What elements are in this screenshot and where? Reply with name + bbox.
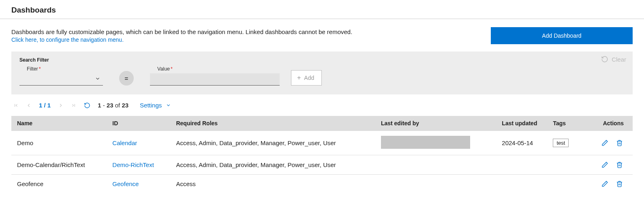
table-row: Demo-Calendar/RichTextDemo-RichTextAcces… (11, 155, 633, 175)
refresh-icon (601, 56, 608, 63)
cell-roles: Access, Admin, Data_provider, Manager, P… (170, 131, 375, 155)
cell-edited-by (375, 155, 496, 175)
col-roles[interactable]: Required Roles (170, 116, 375, 131)
cell-name: Geofence (11, 174, 107, 193)
prev-page-button[interactable] (26, 103, 32, 108)
cell-tags (547, 174, 580, 193)
delete-button[interactable] (615, 160, 624, 169)
table-settings-button[interactable]: Settings (140, 102, 171, 109)
configure-nav-link[interactable]: Click here, to configure the navigation … (11, 36, 124, 43)
clear-filter-button[interactable]: Clear (601, 56, 626, 63)
value-input[interactable] (150, 73, 280, 86)
operator-badge[interactable]: = (119, 71, 134, 86)
first-page-button[interactable] (13, 103, 19, 108)
search-filter-panel: Search Filter Clear Filter* = Value* (11, 51, 633, 94)
value-field-label: Value* (157, 66, 280, 72)
edit-button[interactable] (600, 138, 609, 147)
plus-icon: + (297, 74, 301, 81)
intro-block: Dashboards are fully customizable pages,… (11, 27, 352, 43)
edit-button[interactable] (600, 180, 609, 189)
add-dashboard-button[interactable]: Add Dashboard (491, 27, 633, 44)
cell-id: Calendar (107, 131, 170, 155)
search-filter-title: Search Filter (19, 57, 625, 63)
clear-label: Clear (612, 56, 626, 63)
delete-button[interactable] (615, 138, 624, 147)
cell-actions (580, 131, 633, 155)
cell-updated: 2024-05-14 (496, 131, 547, 155)
col-name[interactable]: Name (11, 116, 107, 131)
col-updated[interactable]: Last updated (496, 116, 547, 131)
cell-tags: test (547, 131, 580, 155)
add-filter-label: Add (304, 75, 314, 81)
chevron-down-icon (95, 76, 101, 81)
col-actions: Actions (580, 116, 633, 131)
cell-updated (496, 174, 547, 193)
cell-actions (580, 174, 633, 193)
intro-text: Dashboards are fully customizable pages,… (11, 27, 352, 36)
id-link[interactable]: Geofence (112, 180, 139, 187)
dashboards-table: Name ID Required Roles Last edited by La… (11, 116, 633, 193)
next-page-button[interactable] (58, 103, 64, 108)
pagination-bar: 1 / 1 1 - 23 of 23 Settings (11, 94, 633, 114)
filter-select[interactable] (19, 73, 103, 86)
col-tags[interactable]: Tags (547, 116, 580, 131)
cell-edited-by (375, 174, 496, 193)
cell-name: Demo-Calendar/RichText (11, 155, 107, 175)
cell-actions (580, 155, 633, 175)
tag-badge: test (553, 139, 569, 147)
table-row: GeofenceGeofenceAccess (11, 174, 633, 193)
cell-updated (496, 155, 547, 175)
delete-button[interactable] (615, 180, 624, 189)
id-link[interactable]: Demo-RichText (112, 161, 154, 168)
cell-id: Geofence (107, 174, 170, 193)
last-page-button[interactable] (71, 103, 77, 108)
cell-name: Demo (11, 131, 107, 155)
id-link[interactable]: Calendar (112, 139, 137, 146)
cell-id: Demo-RichText (107, 155, 170, 175)
refresh-button[interactable] (84, 102, 90, 109)
cell-roles: Access, Admin, Data_provider, Manager, P… (170, 155, 375, 175)
page-title: Dashboards (0, 0, 644, 19)
col-edited-by[interactable]: Last edited by (375, 116, 496, 131)
edit-button[interactable] (600, 160, 609, 169)
cell-edited-by (375, 131, 496, 155)
page-indicator: 1 / 1 (39, 102, 51, 109)
redacted-value (381, 136, 470, 149)
table-row: DemoCalendarAccess, Admin, Data_provider… (11, 131, 633, 155)
add-filter-button[interactable]: + Add (291, 70, 322, 86)
col-id[interactable]: ID (107, 116, 170, 131)
range-indicator: 1 - 23 of 23 (98, 102, 128, 109)
filter-field-label: Filter* (27, 66, 103, 72)
cell-tags (547, 155, 580, 175)
cell-roles: Access (170, 174, 375, 193)
